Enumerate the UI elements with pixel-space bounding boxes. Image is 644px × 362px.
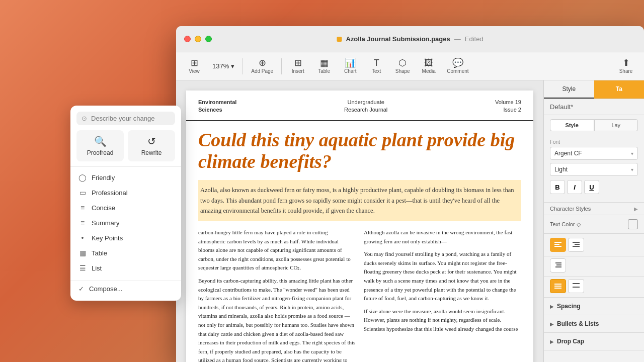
font-weight-selector[interactable]: Light ▾ xyxy=(550,163,638,176)
list-item-list[interactable]: ☰ List xyxy=(70,260,181,276)
compose-button[interactable]: ✓ Compose... xyxy=(70,281,181,297)
toolbar-separator-2 xyxy=(281,58,282,74)
chart-button[interactable]: 📊 Chart xyxy=(338,56,362,76)
search-bar[interactable]: ⊙ xyxy=(76,112,175,125)
svg-rect-34 xyxy=(573,283,580,284)
font-name-selector[interactable]: Argent CF ▾ xyxy=(550,147,638,160)
svg-rect-26 xyxy=(575,244,580,245)
share-button[interactable]: ⬆ Share xyxy=(614,56,638,76)
indent-row xyxy=(544,256,644,277)
char-styles-label: Character Styles xyxy=(550,206,591,212)
table-label: Table xyxy=(318,68,330,74)
header-center-line1: Undergraduate xyxy=(344,99,387,106)
page-header: Environmental Sciences Undergraduate Res… xyxy=(186,90,533,121)
tab-layout[interactable]: Ta xyxy=(594,80,645,99)
drop-cap-section[interactable]: ▶ Drop Cap xyxy=(544,333,644,350)
proofread-icon: 🔍 xyxy=(94,135,107,147)
font-label: Font xyxy=(550,139,638,145)
spacing-extra-button[interactable] xyxy=(568,279,584,293)
compose-check-icon: ✓ xyxy=(78,285,84,293)
underline-button[interactable]: U xyxy=(584,180,599,194)
align-right-icon xyxy=(573,242,580,248)
panel-tabs: Style Ta xyxy=(544,80,644,99)
add-page-button[interactable]: ⊕ Add Page xyxy=(247,56,277,76)
list-label: List xyxy=(92,264,102,272)
sub-tab-style[interactable]: Style xyxy=(550,119,594,131)
text-color-swatch[interactable] xyxy=(628,219,638,229)
comment-label: Comment xyxy=(447,68,468,74)
paragraph-style: Default* xyxy=(544,99,644,115)
tab-style[interactable]: Style xyxy=(544,80,594,99)
list-item-key-points[interactable]: • Key Points xyxy=(70,230,181,245)
search-input[interactable] xyxy=(91,115,176,122)
comment-button[interactable]: 💬 Comment xyxy=(443,56,472,76)
column-1: carbon-hungry little fern may have playe… xyxy=(198,228,356,362)
list-item-professional[interactable]: ▭ Professional xyxy=(70,185,181,200)
spacing-section[interactable]: ▶ Spacing xyxy=(544,298,644,315)
header-center: Undergraduate Research Journal xyxy=(344,99,387,114)
align-left-button[interactable] xyxy=(550,238,566,252)
insert-label: Insert xyxy=(292,68,304,74)
list-item-table[interactable]: ▦ Table xyxy=(70,245,181,260)
right-panel: Style Ta Default* Style Lay Font Argent … xyxy=(543,80,644,362)
chart-icon: 📊 xyxy=(345,58,356,67)
italic-icon: I xyxy=(574,184,576,191)
media-button[interactable]: 🖼 Media xyxy=(417,56,441,76)
align-left-icon xyxy=(554,242,561,248)
text-color-row[interactable]: Text Color ◇ xyxy=(544,215,644,234)
friendly-label: Friendly xyxy=(92,174,115,182)
font-section: Font Argent CF ▾ Light ▾ B I U xyxy=(544,135,644,203)
align-right-button[interactable] xyxy=(568,238,584,252)
action-buttons: 🔍 Proofread ↺ Rewrite xyxy=(70,130,181,167)
sub-tab-layout[interactable]: Lay xyxy=(594,119,638,131)
zoom-value: 137% xyxy=(212,62,229,70)
bold-button[interactable]: B xyxy=(550,180,565,194)
writing-options-list: ◯ Friendly ▭ Professional ≡ Concise ≡ Su… xyxy=(70,167,181,279)
fullscreen-button[interactable] xyxy=(205,36,212,42)
spacing-extra-icon xyxy=(573,283,580,290)
italic-button[interactable]: I xyxy=(567,180,582,194)
key-points-label: Key Points xyxy=(92,234,123,242)
drop-cap-arrow-icon: ▶ xyxy=(550,339,554,344)
column-2: Although azolla can be invasive in the w… xyxy=(364,228,521,362)
col2-para3: If size alone were the measure, azolla w… xyxy=(364,307,521,334)
font-style-row: B I U xyxy=(550,180,638,194)
underline-icon: U xyxy=(589,184,594,191)
summary-label: Summary xyxy=(92,219,120,227)
proofread-button[interactable]: 🔍 Proofread xyxy=(76,130,124,161)
document-area[interactable]: Environmental Sciences Undergraduate Res… xyxy=(176,80,543,362)
default-style-name: Default* xyxy=(550,103,573,111)
svg-rect-30 xyxy=(555,266,561,267)
zoom-chevron-icon: ▾ xyxy=(231,62,234,70)
rewrite-button[interactable]: ↺ Rewrite xyxy=(128,130,175,161)
svg-rect-23 xyxy=(554,244,559,245)
style-layout-tabs: Style Lay xyxy=(550,119,638,131)
svg-rect-27 xyxy=(573,246,580,247)
table-icon: ▦ xyxy=(78,249,87,257)
comment-icon: 💬 xyxy=(452,58,463,67)
line-height-button[interactable] xyxy=(550,279,566,293)
list-item-summary[interactable]: ≡ Summary xyxy=(70,215,181,230)
view-button[interactable]: ⊞ View xyxy=(182,56,206,76)
close-button[interactable] xyxy=(184,36,191,42)
indent-increase-button[interactable] xyxy=(550,258,566,273)
font-name-chevron-icon: ▾ xyxy=(631,151,633,156)
search-icon: ⊙ xyxy=(82,115,87,122)
insert-button[interactable]: ⊞ Insert xyxy=(286,56,310,76)
bullets-section[interactable]: ▶ Bullets & Lists xyxy=(544,315,644,333)
bullets-label: Bullets & Lists xyxy=(557,320,599,327)
text-button[interactable]: T Text xyxy=(364,56,388,76)
compose-section: ✓ Compose... xyxy=(70,281,181,297)
shape-button[interactable]: ⬡ Shape xyxy=(390,56,415,76)
font-weight-chevron-icon: ▾ xyxy=(631,167,633,172)
page-body: Could this tiny aquatic plant provide bi… xyxy=(186,121,533,362)
header-right-line2: Issue 2 xyxy=(495,106,521,114)
shape-label: Shape xyxy=(395,68,410,74)
minimize-button[interactable] xyxy=(195,36,201,42)
list-item-concise[interactable]: ≡ Concise xyxy=(70,200,181,215)
list-item-friendly[interactable]: ◯ Friendly xyxy=(70,170,181,185)
table-button[interactable]: ▦ Table xyxy=(312,56,336,76)
article-title: Could this tiny aquatic plant provide bi… xyxy=(198,129,521,173)
zoom-control[interactable]: 137% ▾ xyxy=(208,60,238,72)
svg-rect-22 xyxy=(554,242,561,243)
